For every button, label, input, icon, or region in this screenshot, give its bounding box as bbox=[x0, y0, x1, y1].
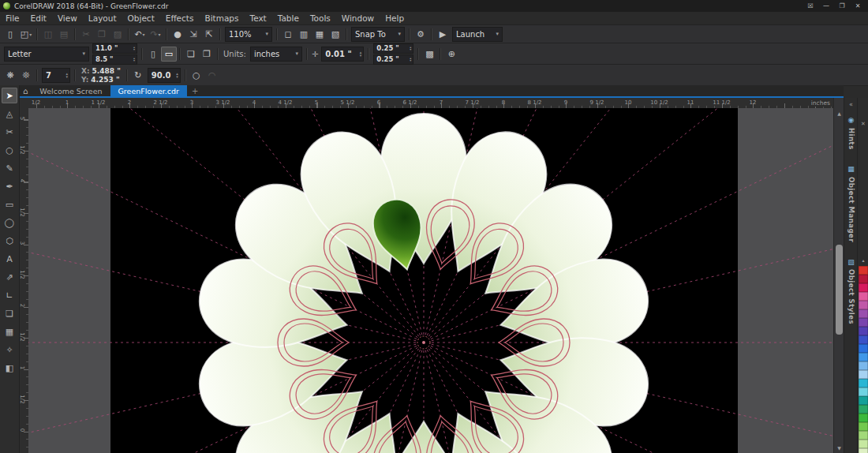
zoom-level-select[interactable]: 110%▾ bbox=[225, 27, 272, 42]
color-swatch[interactable] bbox=[859, 292, 868, 301]
nudge-offset-field[interactable]: 0.01 "▴▾ bbox=[321, 47, 364, 62]
maximize-button[interactable]: ❐ bbox=[835, 1, 849, 11]
portrait-button[interactable]: ▯ bbox=[145, 47, 161, 62]
docker-tab-hints[interactable]: ◉Hints bbox=[846, 110, 857, 155]
crop-tool[interactable]: ✂ bbox=[2, 124, 17, 140]
add-guides-button[interactable]: ⊕ bbox=[443, 47, 459, 62]
color-swatch[interactable] bbox=[859, 283, 868, 292]
color-swatch[interactable] bbox=[859, 396, 868, 405]
graph-columns-button[interactable]: ❋ bbox=[2, 68, 18, 83]
color-swatch[interactable] bbox=[859, 344, 868, 353]
pick-tool[interactable]: ➤ bbox=[2, 88, 17, 103]
color-swatch[interactable] bbox=[859, 335, 868, 344]
artistic-media-tool[interactable]: ✒ bbox=[2, 178, 17, 194]
color-swatch[interactable] bbox=[859, 318, 868, 327]
color-swatch[interactable] bbox=[859, 309, 868, 318]
fullscreen-preview-button[interactable]: ◻ bbox=[280, 27, 296, 42]
color-swatch[interactable] bbox=[859, 301, 868, 309]
eyedropper-tool[interactable]: ✧ bbox=[2, 342, 17, 358]
color-swatch[interactable] bbox=[859, 405, 868, 414]
close-button[interactable]: ✕ bbox=[851, 1, 865, 11]
menu-help[interactable]: Help bbox=[380, 13, 410, 24]
spinner[interactable]: ▴▾ bbox=[360, 51, 362, 57]
flower-drawing[interactable] bbox=[28, 108, 833, 453]
ellipse-tool[interactable]: ◯ bbox=[2, 215, 17, 230]
page-size-select[interactable]: Letter▾ bbox=[4, 47, 89, 62]
color-swatch[interactable] bbox=[859, 387, 868, 396]
launch-select[interactable]: Launch▾ bbox=[452, 27, 503, 42]
menu-effects[interactable]: Effects bbox=[160, 13, 200, 24]
new-document-button[interactable]: ▯ bbox=[2, 27, 18, 42]
color-swatch[interactable] bbox=[859, 379, 868, 387]
graph-rows-button[interactable]: ❊ bbox=[18, 68, 34, 83]
color-swatch[interactable] bbox=[859, 448, 868, 453]
color-swatch[interactable] bbox=[859, 370, 868, 379]
all-pages-button[interactable]: ❏ bbox=[183, 47, 199, 62]
mesh-fill-tool[interactable]: ▦ bbox=[2, 324, 17, 339]
color-swatch[interactable] bbox=[859, 353, 868, 361]
export-button[interactable]: ⇱ bbox=[201, 27, 217, 42]
duplicate-x-field[interactable]: 0.25 "▴▾ bbox=[373, 43, 413, 54]
spinner[interactable]: ▴▾ bbox=[133, 57, 135, 62]
view-pages-button[interactable]: ▥ bbox=[296, 27, 312, 42]
color-swatch[interactable] bbox=[859, 275, 868, 283]
treat-as-filled-button[interactable]: ▩ bbox=[421, 47, 437, 62]
menu-layout[interactable]: Layout bbox=[83, 13, 122, 24]
document-tab-active[interactable]: GreenFlower.cdr bbox=[110, 85, 188, 96]
menu-bitmaps[interactable]: Bitmaps bbox=[199, 13, 244, 24]
menu-edit[interactable]: Edit bbox=[25, 13, 52, 24]
page-height-field[interactable]: 8.5 "▴▾ bbox=[92, 54, 137, 65]
launch-icon[interactable]: ▶ bbox=[435, 27, 451, 42]
rotation-angle-field[interactable]: 90.0▴▾ bbox=[148, 68, 181, 83]
new-tab-button[interactable]: + bbox=[187, 85, 203, 96]
color-swatch[interactable] bbox=[859, 414, 868, 422]
spinner[interactable]: ▴▾ bbox=[176, 72, 178, 78]
shape-tool[interactable]: ◬ bbox=[2, 106, 17, 122]
text-tool[interactable]: A bbox=[2, 251, 17, 267]
palette-scroll-up-button[interactable]: ▴ bbox=[859, 256, 867, 264]
show-guidelines-button[interactable]: ▧ bbox=[327, 27, 343, 42]
color-swatch[interactable] bbox=[859, 327, 868, 335]
menu-window[interactable]: Window bbox=[336, 13, 380, 24]
document-tab[interactable]: Welcome Screen bbox=[32, 85, 110, 96]
x-position-field[interactable]: X:5.488 " bbox=[81, 67, 121, 75]
docker-close-icon[interactable]: ✕ bbox=[859, 120, 867, 128]
dimension-tool[interactable]: ⇗ bbox=[2, 269, 17, 285]
menu-tools[interactable]: Tools bbox=[305, 13, 336, 24]
y-position-field[interactable]: Y:4.253 " bbox=[81, 76, 121, 84]
color-swatch[interactable] bbox=[859, 361, 868, 370]
docker-tab-object-styles[interactable]: ▧Object Styles bbox=[846, 253, 857, 331]
points-count-field[interactable]: 7▴▾ bbox=[42, 68, 70, 83]
page-width-field[interactable]: 11.0 "▴▾ bbox=[92, 43, 137, 54]
show-grid-button[interactable]: ▦ bbox=[312, 27, 327, 42]
units-select[interactable]: inches▾ bbox=[250, 47, 302, 62]
vertical-scrollbar[interactable]: ▲ ▼ bbox=[833, 98, 844, 453]
menu-table[interactable]: Table bbox=[272, 13, 305, 24]
spinner[interactable]: ▴▾ bbox=[410, 57, 411, 62]
menu-object[interactable]: Object bbox=[122, 13, 160, 24]
landscape-button[interactable]: ▭ bbox=[161, 47, 177, 62]
drop-shadow-tool[interactable]: ❏ bbox=[2, 305, 17, 321]
fill-tool[interactable]: ◧ bbox=[2, 360, 17, 376]
menu-text[interactable]: Text bbox=[245, 13, 272, 24]
freehand-tool[interactable]: ✎ bbox=[2, 160, 17, 176]
minimize-button[interactable]: — bbox=[819, 1, 833, 11]
scrollbar-thumb[interactable] bbox=[836, 245, 843, 335]
color-swatch[interactable] bbox=[859, 440, 868, 448]
horizontal-ruler[interactable]: inches 1/211 1/222 1/233 1/244 1/255 1/2… bbox=[28, 98, 833, 109]
color-swatch[interactable] bbox=[859, 431, 868, 440]
spinner[interactable]: ▴▾ bbox=[65, 72, 68, 78]
rotation-icon[interactable]: ↻ bbox=[130, 68, 146, 83]
collapse-dockers-button[interactable]: « bbox=[845, 99, 857, 109]
open-button[interactable]: ◰▾ bbox=[18, 27, 34, 42]
duplicate-y-field[interactable]: 0.25 "▴▾ bbox=[373, 54, 413, 65]
home-icon[interactable]: ⌂ bbox=[19, 85, 32, 96]
search-content-button[interactable]: ● bbox=[170, 27, 185, 42]
current-page-button[interactable]: ❐ bbox=[199, 47, 215, 62]
color-swatch[interactable] bbox=[859, 422, 868, 431]
options-button[interactable]: ⚙ bbox=[413, 27, 428, 42]
spinner[interactable]: ▴▾ bbox=[410, 46, 411, 51]
drawing-canvas[interactable] bbox=[28, 108, 833, 453]
spinner[interactable]: ▴▾ bbox=[133, 46, 135, 51]
polygon-tool[interactable]: ⬡ bbox=[2, 233, 17, 249]
